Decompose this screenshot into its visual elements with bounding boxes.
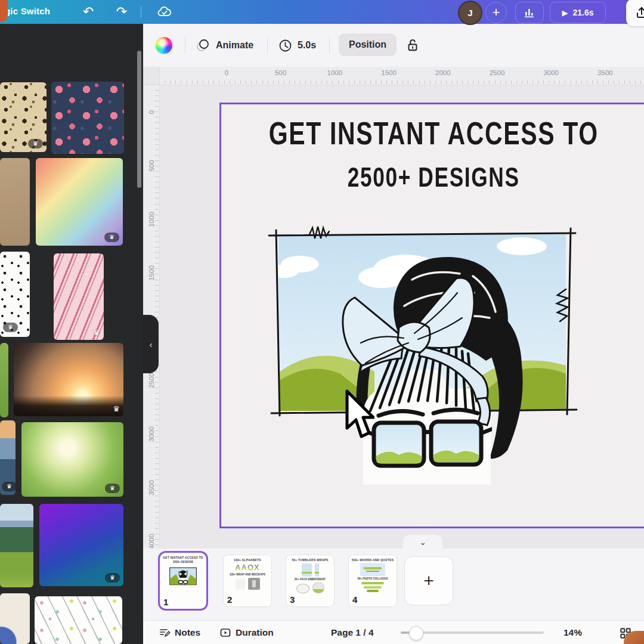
design-headline[interactable]: GET INSTANT ACCESS TO	[221, 116, 644, 151]
page2-subtitle: 100+ WRAP AND MOCKUPS	[224, 573, 271, 576]
design-page-canvas[interactable]: GET INSTANT ACCESS TO 2500+ DESIGNS	[219, 103, 644, 528]
page-thumbnail-4[interactable]: 500+ WORDS AND QUOTES 50+ PHOTO COLLAGES…	[349, 555, 397, 606]
notes-button[interactable]: Notes	[159, 621, 200, 644]
thumbnail-mountain-landscape[interactable]	[0, 504, 33, 587]
page-thumbnail-2[interactable]: 100+ ALPHABETS AAOX 100+ WRAP AND MOCKUP…	[224, 555, 271, 606]
editor-main: Animate 5.0s Position 050010001500200025…	[143, 24, 644, 644]
thumbnail-polka-dots[interactable]: ♛	[0, 252, 30, 337]
add-member-button[interactable]: +	[485, 2, 507, 23]
notes-icon	[159, 627, 171, 639]
page4-quote-art	[360, 563, 385, 576]
zoom-slider-handle[interactable]	[409, 626, 423, 640]
pro-crown-icon: ♛	[104, 233, 119, 242]
zoom-slider[interactable]	[401, 631, 544, 634]
page-thumbnail-3[interactable]: 50+ TUMBLERS WRAPS 20+ FAUX EMBROIDERY 3	[286, 555, 334, 606]
hruler-tick: 2000	[435, 69, 451, 76]
thumbnail-leopard-print[interactable]: ♛	[0, 82, 47, 152]
hruler-tick: 500	[275, 69, 286, 76]
undo-icon[interactable]: ↶	[80, 4, 97, 20]
duration-label: Duration	[236, 627, 274, 638]
vruler-tick: 2500	[148, 373, 155, 388]
pro-crown-icon: ♛	[105, 484, 120, 493]
thumbnail-pink-floral[interactable]	[51, 82, 124, 154]
design-subheadline[interactable]: 2500+ DESIGNS	[221, 163, 644, 192]
vruler-tick: 1500	[148, 265, 155, 281]
sidebar-collapse-tab[interactable]: ‹	[143, 315, 159, 373]
magic-switch-label[interactable]: gic Switch	[5, 6, 50, 16]
hruler-tick: 2500	[490, 69, 505, 76]
page1-subtitle: 2500+ DESIGNS	[160, 561, 206, 564]
bar-chart-icon	[523, 7, 536, 18]
workspace: 0500100015002000250030003500 05001000150…	[143, 67, 644, 549]
position-label: Position	[349, 39, 386, 50]
cloud-save-check-icon	[156, 4, 173, 20]
vruler-tick: 0	[148, 110, 155, 114]
design-headline-text: GET INSTANT ACCESS TO	[268, 115, 598, 153]
chevron-down-icon: ⌄	[419, 537, 426, 547]
clock-icon	[278, 38, 293, 53]
page-number: 1	[163, 597, 168, 607]
redo-icon[interactable]: ↷	[113, 4, 130, 20]
chevron-left-icon: ‹	[150, 339, 153, 349]
pro-crown-icon: ♛	[3, 323, 18, 332]
page-number: 3	[290, 595, 295, 605]
pro-crown-icon: ♛	[105, 573, 120, 583]
page4-collage-art	[349, 582, 397, 592]
page-thumbnail-1[interactable]: GET INSTANT ACCESS TO 2500+ DESIGNS 1	[160, 553, 206, 609]
ruler-corner	[143, 67, 160, 85]
design-subheadline-text: 2500+ DESIGNS	[348, 162, 520, 193]
page3-title: 50+ TUMBLERS WRAPS	[286, 558, 334, 562]
animate-icon	[196, 38, 211, 53]
sidebar-scrollbar[interactable]	[137, 51, 141, 188]
thumbnail-purple-gradient[interactable]: ♛	[39, 504, 123, 586]
page-number: 2	[227, 595, 232, 605]
present-button[interactable]: ▶ 21.6s	[550, 2, 606, 23]
overlay-corner-top-left	[0, 0, 8, 22]
avatar-initial: J	[467, 8, 472, 18]
presentation-duration: 21.6s	[572, 8, 593, 17]
pages-panel-collapse-tab[interactable]: ⌄	[403, 535, 442, 549]
topbar-divider	[141, 6, 141, 18]
context-toolbar: Animate 5.0s Position	[143, 24, 644, 67]
messy-bun-illustration[interactable]	[252, 222, 586, 485]
hruler-tick: 1000	[327, 69, 343, 76]
animate-label: Animate	[216, 40, 253, 51]
thumbnail-rainbow-watercolor[interactable]: ♛	[36, 158, 123, 246]
lock-button[interactable]	[404, 37, 421, 54]
plus-icon: +	[493, 5, 500, 20]
zoom-level[interactable]: 14%	[564, 621, 582, 644]
duration-button[interactable]: Duration	[219, 621, 274, 644]
page3-tumbler-art	[286, 564, 334, 577]
page2-title: 100+ ALPHABETS	[224, 558, 271, 562]
animate-button[interactable]: Animate	[196, 33, 253, 57]
pro-crown-icon: ♛	[28, 139, 43, 148]
zoom-value: 14%	[564, 627, 582, 638]
horizontal-ruler: 0500100015002000250030003500	[143, 67, 644, 85]
thumbnail-family-sunset[interactable]: ♛	[14, 343, 123, 416]
thumbnail-tan-texture[interactable]	[0, 158, 30, 246]
add-page-button[interactable]: +	[404, 556, 453, 605]
position-button[interactable]: Position	[339, 33, 397, 56]
mouse-cursor	[343, 389, 374, 444]
insights-button[interactable]	[515, 2, 544, 23]
thumbnail-blue-mountain[interactable]: ♛	[0, 420, 16, 495]
duration-icon	[219, 627, 231, 639]
document-colors-button[interactable]	[156, 37, 172, 54]
thumbnail-cream-abstract[interactable]	[0, 593, 30, 644]
upload-icon	[634, 5, 644, 20]
page1-mini-art	[168, 566, 198, 590]
pages-panel: GET INSTANT ACCESS TO 2500+ DESIGNS 1 10…	[143, 549, 644, 620]
thumbnail-green-trees[interactable]: ♛	[21, 422, 123, 497]
toolbar-divider	[185, 37, 185, 54]
timer-button[interactable]: 5.0s	[278, 33, 316, 57]
avatar[interactable]: J	[458, 1, 482, 25]
hruler-tick: 3000	[543, 69, 559, 76]
top-bar: gic Switch ↶ ↷ J + ▶ 21.6s	[0, 0, 644, 24]
page-indicator[interactable]: Page 1 / 4	[331, 621, 374, 644]
notes-label: Notes	[175, 627, 200, 638]
thumbnail-green-field[interactable]	[0, 343, 8, 417]
thumbnail-colorful-lightning[interactable]	[35, 596, 122, 644]
thumbnail-pink-lightning[interactable]: ♛	[54, 253, 104, 340]
page2-alphabet-art: AAOX	[224, 563, 271, 572]
share-export-button[interactable]	[626, 0, 644, 26]
